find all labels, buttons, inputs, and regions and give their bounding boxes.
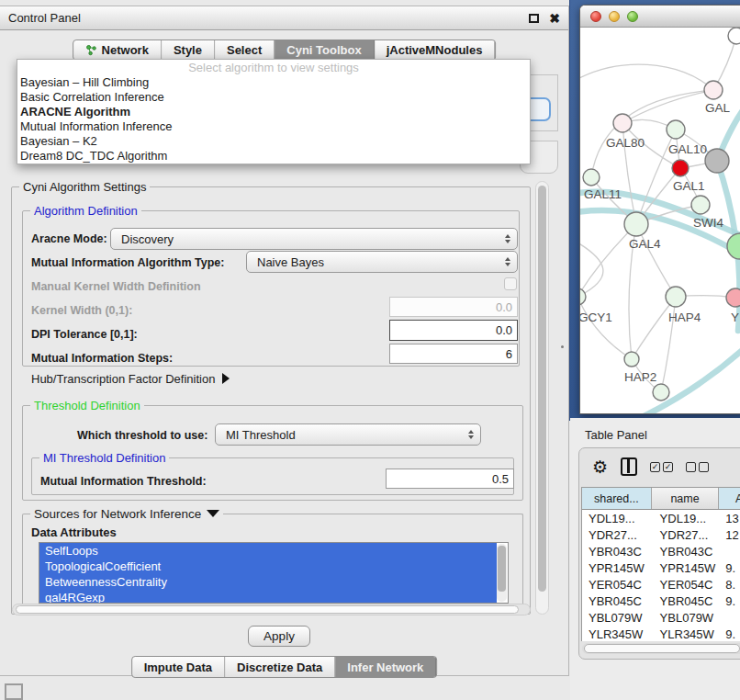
- scrollbar-thumb[interactable]: [498, 546, 506, 592]
- aracne-mode-value: Discovery: [121, 232, 174, 246]
- select-all-columns-icon[interactable]: ✓✓: [650, 462, 673, 472]
- tab-network-label: Network: [102, 43, 149, 57]
- network-node-gal4[interactable]: [624, 212, 648, 236]
- tab-infer-network[interactable]: Infer Network: [335, 657, 436, 677]
- cyni-algorithm-settings-label: Cyni Algorithm Settings: [19, 180, 150, 194]
- panel-resize-handle[interactable]: [561, 345, 564, 348]
- network-node-gal80[interactable]: [613, 114, 632, 132]
- network-node-label: GAL1: [673, 179, 705, 193]
- table-row[interactable]: YBR043C YBR043C: [582, 543, 740, 559]
- dpi-tolerance-label: DPI Tolerance [0,1]:: [31, 328, 138, 341]
- mutual-information-threshold-label: Mutual Information Threshold:: [40, 475, 207, 488]
- network-node-swi4[interactable]: [691, 196, 710, 214]
- table-row[interactable]: YPR145W YPR145W 9.: [582, 559, 740, 576]
- algorithm-option-mutual-information[interactable]: Mutual Information Inference: [17, 119, 530, 134]
- network-node[interactable]: [727, 233, 740, 259]
- mi-algorithm-type-label: Mutual Information Algorithm Type:: [31, 256, 224, 269]
- attribute-item-gal4rgexp[interactable]: gal4RGexp: [39, 590, 497, 604]
- settings-horizontal-scrollbar[interactable]: [12, 604, 531, 615]
- which-threshold-label: Which threshold to use:: [77, 429, 207, 442]
- tab-select[interactable]: Select: [215, 40, 275, 60]
- network-node[interactable]: [653, 384, 669, 401]
- node-table: shared... name A YDL19... YDL19... 13 YD…: [581, 487, 740, 641]
- aracne-mode-combo[interactable]: Discovery: [110, 228, 518, 250]
- network-node-hap2[interactable]: [624, 352, 639, 367]
- tab-cyni-toolbox[interactable]: Cyni Toolbox: [275, 40, 374, 60]
- dpi-tolerance-field[interactable]: 0.0: [389, 320, 518, 341]
- minimize-traffic-light-icon[interactable]: [609, 11, 620, 22]
- table-panel-title: Table Panel: [585, 428, 647, 442]
- algorithm-option-bayesian-k2[interactable]: Bayesian – K2: [17, 134, 530, 149]
- tab-impute-data[interactable]: Impute Data: [132, 657, 225, 677]
- tab-style[interactable]: Style: [162, 40, 215, 60]
- network-window-titlebar[interactable]: [580, 6, 740, 28]
- column-header-name[interactable]: name: [652, 488, 720, 509]
- which-threshold-combo[interactable]: MI Threshold: [215, 423, 481, 446]
- table-row[interactable]: YBL079W YBL079W: [582, 609, 740, 626]
- algorithm-option-dream8[interactable]: Dream8 DC_TDC Algorithm: [17, 149, 530, 164]
- network-node-gal11[interactable]: [583, 169, 600, 186]
- float-window-icon[interactable]: [529, 14, 539, 23]
- scrollbar-thumb[interactable]: [538, 186, 546, 592]
- column-header-shared-name[interactable]: shared...: [582, 488, 652, 509]
- scrollbar-thumb[interactable]: [584, 644, 740, 653]
- tab-jactivemnodules[interactable]: jActiveMNodules: [375, 40, 496, 60]
- network-node-hap4[interactable]: [666, 287, 686, 307]
- mi-algorithm-type-value: Naive Bayes: [257, 255, 324, 269]
- kernel-width-field[interactable]: 0.0: [389, 297, 518, 317]
- table-row[interactable]: YBR045C YBR045C 9.: [582, 593, 740, 609]
- network-node[interactable]: [728, 28, 740, 44]
- table-row[interactable]: YLR345W YLR345W 9.: [582, 626, 740, 641]
- control-panel-window: Control Panel ✖ Network Style Select: [0, 6, 569, 676]
- attribute-item-topologicalcoefficient[interactable]: TopologicalCoefficient: [39, 559, 497, 574]
- deselect-all-columns-icon[interactable]: [686, 462, 709, 472]
- mutual-information-threshold-field[interactable]: 0.5: [386, 469, 514, 489]
- table-panel-section: Table Panel ⚙ ✓✓ shared... name A YDL19.…: [570, 418, 740, 700]
- gear-icon[interactable]: ⚙: [592, 458, 608, 476]
- manual-kernel-width-checkbox[interactable]: [504, 277, 517, 290]
- network-node-gal1[interactable]: [672, 160, 689, 176]
- close-traffic-light-icon[interactable]: [590, 11, 601, 22]
- which-threshold-value: MI Threshold: [226, 428, 296, 442]
- scrollbar-thumb[interactable]: [16, 605, 519, 614]
- mi-steps-field[interactable]: 6: [389, 344, 518, 364]
- algorithm-option-basic-correlation[interactable]: Basic Correlation Inference: [17, 90, 530, 105]
- network-canvas[interactable]: GALGAL80GAL10GAL1GAL11SWI4GAL4GCY1HAP4YH…: [580, 28, 740, 413]
- table-row[interactable]: YER054C YER054C 8.: [582, 576, 740, 593]
- sources-group-label[interactable]: Sources for Network Inference: [30, 507, 223, 521]
- attribute-item-betweennesscentrality[interactable]: BetweennessCentrality: [39, 574, 497, 590]
- network-node[interactable]: [705, 149, 729, 173]
- algorithm-dropdown-popup: Select algorithm to view settings Bayesi…: [17, 59, 531, 164]
- mi-algorithm-type-combo[interactable]: Naive Bayes: [246, 251, 518, 273]
- algorithm-option-aracne[interactable]: ARACNE Algorithm: [17, 105, 530, 119]
- tab-discretize-data[interactable]: Discretize Data: [225, 657, 335, 677]
- algorithm-definition-label: Algorithm Definition: [30, 204, 141, 218]
- minimized-panel-icon[interactable]: [5, 683, 23, 700]
- hub-transcription-factor-expander[interactable]: Hub/Transcription Factor Definition: [31, 372, 230, 386]
- attribute-item-selfloops[interactable]: SelfLoops: [39, 543, 497, 559]
- network-node-gal[interactable]: [704, 81, 723, 99]
- close-icon[interactable]: ✖: [549, 14, 560, 23]
- settings-vertical-scrollbar[interactable]: [535, 181, 549, 615]
- data-attributes-list[interactable]: SelfLoops TopologicalCoefficient Between…: [39, 542, 509, 604]
- network-node-y[interactable]: [726, 288, 740, 307]
- hub-transcription-factor-label: Hub/Transcription Factor Definition: [31, 372, 215, 386]
- zoom-traffic-light-icon[interactable]: [627, 11, 638, 22]
- column-header-third[interactable]: A: [719, 488, 740, 509]
- kernel-width-label: Kernel Width (0,1):: [31, 304, 132, 317]
- tab-network[interactable]: Network: [73, 40, 162, 60]
- apply-button[interactable]: Apply: [248, 626, 310, 647]
- table-panel-window: ⚙ ✓✓ shared... name A YDL19... YDL19... …: [578, 447, 740, 660]
- collapse-down-icon: [207, 510, 219, 517]
- table-row[interactable]: YDL19... YDL19... 13: [582, 510, 740, 526]
- network-node-gal10[interactable]: [667, 120, 685, 139]
- network-view-window: GALGAL80GAL10GAL1GAL11SWI4GAL4GCY1HAP4YH…: [579, 5, 740, 414]
- network-node-gcy1[interactable]: [580, 288, 586, 305]
- algorithm-option-bayesian-hill-climbing[interactable]: Bayesian – Hill Climbing: [17, 75, 530, 90]
- stepper-icon: [505, 234, 510, 243]
- attributes-list-scrollbar[interactable]: [497, 544, 507, 602]
- table-toolbar: ⚙ ✓✓: [579, 448, 740, 485]
- table-row[interactable]: YDR27... YDR27... 12: [582, 526, 740, 543]
- table-horizontal-scrollbar[interactable]: [582, 643, 740, 654]
- columns-icon[interactable]: [621, 457, 637, 476]
